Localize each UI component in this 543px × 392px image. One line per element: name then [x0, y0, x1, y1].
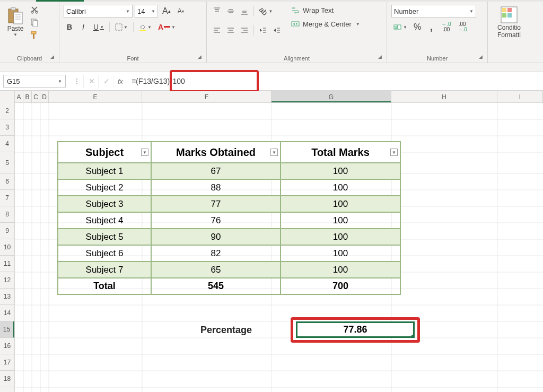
accounting-format-button[interactable]: $▼ — [391, 21, 409, 33]
italic-button[interactable]: I — [77, 21, 89, 33]
row-18[interactable]: 18 — [0, 371, 14, 387]
paste-icon — [6, 6, 24, 25]
percent-button[interactable]: % — [411, 21, 423, 33]
col-E[interactable]: E — [49, 91, 142, 102]
filter-icon[interactable]: ▼ — [141, 149, 148, 156]
col-H[interactable]: H — [391, 91, 497, 102]
conditional-formatting-button[interactable]: Conditio Formatti — [496, 5, 522, 40]
comma-button[interactable]: , — [425, 21, 437, 33]
align-top-button[interactable] — [211, 5, 223, 18]
filter-icon[interactable]: ▼ — [390, 149, 398, 156]
header-marks-obtained[interactable]: Marks Obtained▼ — [151, 142, 281, 163]
font-dialog-launcher[interactable]: ◢ — [198, 54, 204, 60]
table-row: Subject 682100 — [58, 245, 400, 262]
formula-input[interactable] — [127, 75, 543, 88]
row-16[interactable]: 16 — [0, 338, 14, 354]
row-5[interactable]: 5 — [0, 152, 14, 173]
ribbon: Paste ▼ Clipboard ◢ Calibri▼ 14▼ A▴ A▾ B… — [0, 2, 543, 63]
row-6[interactable]: 6 — [0, 173, 14, 190]
table-row: Subject 765100 — [58, 262, 400, 278]
table-total-row: Total545700 — [58, 278, 400, 294]
format-painter-button[interactable] — [30, 30, 39, 40]
col-D[interactable]: D — [40, 91, 49, 102]
decrease-indent-button[interactable] — [257, 24, 269, 37]
row-9[interactable]: 9 — [0, 223, 14, 239]
svg-rect-12 — [139, 30, 146, 31]
svg-rect-9 — [33, 21, 38, 27]
group-alignment: ab▼ abWrap Text Merge & Center▼ Alignmen… — [207, 2, 387, 63]
increase-decimal-button[interactable]: ←.0.00 — [439, 21, 453, 33]
col-G[interactable]: G — [272, 91, 391, 102]
fill-color-button[interactable]: ▼ — [137, 21, 154, 33]
row-11[interactable]: 11 — [0, 256, 14, 272]
orientation-button[interactable]: ab▼ — [257, 5, 275, 18]
svg-rect-44 — [502, 8, 506, 12]
row-8[interactable]: 8 — [0, 206, 14, 223]
clipboard-dialog-launcher[interactable]: ◢ — [50, 54, 57, 60]
wrap-text-button[interactable]: abWrap Text — [289, 5, 362, 15]
svg-rect-1 — [11, 7, 15, 10]
svg-rect-39 — [292, 22, 299, 26]
enter-icon[interactable]: ✓ — [100, 75, 113, 88]
marks-table: Subject▼ Marks Obtained▼ Total Marks▼ Su… — [57, 141, 401, 295]
align-bottom-button[interactable] — [239, 5, 250, 18]
col-I[interactable]: I — [497, 91, 543, 102]
select-all-corner[interactable] — [0, 91, 15, 103]
group-clipboard: Paste ▼ Clipboard ◢ — [0, 2, 59, 63]
fx-icon[interactable]: fx — [118, 77, 123, 85]
row-headers: 2 3 4 5 6 7 8 9 10 11 12 13 14 15 16 17 … — [0, 103, 15, 392]
row-10[interactable]: 10 — [0, 239, 14, 256]
percentage-label[interactable]: Percentage — [200, 325, 252, 336]
number-format-combo[interactable]: Number▼ — [391, 5, 476, 18]
table-row: Subject 288100 — [58, 179, 400, 196]
name-box[interactable]: G15▼ — [3, 75, 66, 88]
row-12[interactable]: 12 — [0, 272, 14, 289]
bold-button[interactable]: B — [64, 21, 75, 33]
worksheet-grid[interactable]: A B C D E F G H I 2 3 4 5 6 7 8 9 10 11 … — [0, 91, 543, 392]
decrease-decimal-button[interactable]: .00→.0 — [456, 21, 469, 33]
header-total-marks[interactable]: Total Marks▼ — [281, 142, 400, 163]
svg-rect-10 — [33, 34, 34, 39]
table-row: Subject 167100 — [58, 163, 400, 179]
increase-font-button[interactable]: A▴ — [160, 5, 173, 18]
align-middle-button[interactable] — [225, 5, 237, 18]
row-17[interactable]: 17 — [0, 354, 14, 371]
percentage-cell[interactable]: 77.86 — [296, 321, 415, 338]
svg-rect-45 — [502, 13, 506, 18]
row-3[interactable]: 3 — [0, 119, 14, 136]
font-color-button[interactable]: A▼ — [156, 21, 178, 33]
align-left-button[interactable] — [211, 24, 223, 37]
borders-button[interactable]: ▼ — [113, 21, 130, 33]
alignment-dialog-launcher[interactable]: ◢ — [378, 54, 384, 60]
merge-center-button[interactable]: Merge & Center▼ — [289, 19, 362, 29]
font-label: Font — [64, 54, 202, 62]
increase-indent-button[interactable] — [271, 24, 283, 37]
col-C[interactable]: C — [32, 91, 40, 102]
col-B[interactable]: B — [23, 91, 32, 102]
number-dialog-launcher[interactable]: ◢ — [479, 54, 485, 60]
formula-bar-expand-icon[interactable]: ⋮ — [70, 75, 84, 88]
align-right-button[interactable] — [239, 24, 250, 37]
row-13[interactable]: 13 — [0, 289, 14, 305]
filter-icon[interactable]: ▼ — [270, 149, 278, 156]
svg-rect-42 — [398, 25, 401, 29]
copy-button[interactable] — [30, 18, 39, 27]
svg-rect-11 — [116, 24, 122, 30]
font-size-combo[interactable]: 14▼ — [135, 5, 158, 18]
decrease-font-button[interactable]: A▾ — [175, 5, 187, 18]
cut-button[interactable] — [30, 5, 39, 14]
header-subject[interactable]: Subject▼ — [58, 142, 151, 163]
col-A[interactable]: A — [15, 91, 23, 102]
cancel-icon[interactable]: ✕ — [85, 75, 99, 88]
paste-button[interactable]: Paste ▼ — [4, 5, 27, 38]
row-7[interactable]: 7 — [0, 190, 14, 206]
row-14[interactable]: 14 — [0, 305, 14, 321]
row-2[interactable]: 2 — [0, 103, 14, 119]
row-15[interactable]: 15 — [0, 321, 14, 338]
svg-text:$: $ — [395, 25, 397, 30]
row-4[interactable]: 4 — [0, 136, 14, 152]
font-name-combo[interactable]: Calibri▼ — [64, 5, 133, 18]
col-F[interactable]: F — [142, 91, 272, 102]
underline-button[interactable]: U▼ — [91, 21, 106, 33]
align-center-button[interactable] — [225, 24, 237, 37]
